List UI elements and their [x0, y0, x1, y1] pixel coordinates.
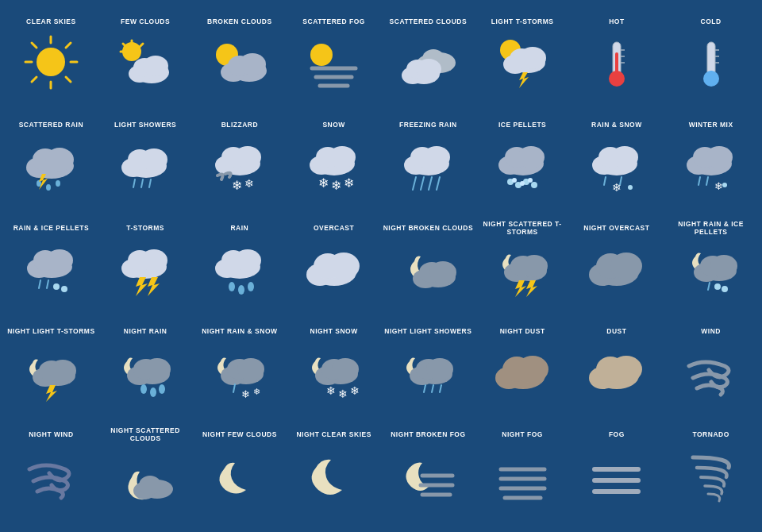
svg-point-205 [139, 476, 161, 495]
icon-night-broken-clouds [396, 237, 460, 300]
label-cold: COLD [701, 13, 722, 30]
svg-line-159 [708, 283, 710, 290]
label-night-light-tstorms: NIGHT LIGHT T-STORMS [7, 322, 94, 340]
icon-freezing-rain [396, 133, 460, 197]
cell-fog: FOG [570, 421, 664, 524]
label-overcast: OVERCAST [314, 219, 354, 237]
icon-ice-pellets [491, 133, 554, 197]
label-night-broken-fog: NIGHT BROKEN FOG [391, 426, 465, 443]
svg-point-8 [37, 48, 65, 76]
svg-line-65 [133, 179, 135, 187]
svg-point-49 [703, 71, 719, 87]
svg-point-202 [610, 356, 642, 383]
svg-marker-128 [136, 277, 148, 296]
svg-point-173 [159, 384, 165, 394]
cell-broken-clouds: BROKEN CLOUDS [193, 8, 287, 111]
svg-point-170 [144, 358, 171, 380]
cell-hot: HOT [570, 8, 664, 111]
svg-point-119 [46, 249, 73, 272]
label-night-clear-skies: NIGHT CLEAR SKIES [296, 426, 371, 443]
svg-line-192 [424, 385, 425, 392]
cell-night-scattered-clouds: NIGHT SCATTERED CLOUDS [98, 421, 193, 524]
cell-rain-and-snow: RAIN & SNOW ❄ [570, 111, 664, 214]
cell-night-rain-ice-pellets: NIGHT RAIN & ICE PELLETS [664, 214, 758, 318]
label-night-rain-ice-pellets: NIGHT RAIN & ICE PELLETS [665, 219, 756, 237]
svg-point-135 [238, 285, 244, 295]
svg-point-107 [628, 185, 633, 190]
cell-tstorms: T-STORMS [98, 214, 193, 318]
svg-point-144 [429, 261, 456, 283]
cell-overcast: OVERCAST [287, 214, 381, 318]
label-scattered-rain: SCATTERED RAIN [19, 116, 83, 133]
icon-night-light-tstorms [19, 340, 83, 403]
label-ice-pellets: ICE PELLETS [498, 116, 546, 133]
icon-light-showers [114, 133, 177, 197]
label-night-few-clouds: NIGHT FEW CLOUDS [202, 426, 277, 443]
icon-night-overcast [585, 237, 648, 300]
svg-text:❄: ❄ [344, 176, 354, 190]
svg-line-66 [141, 179, 143, 187]
label-wind: WIND [701, 322, 721, 340]
icon-night-snow: ❄ ❄ ❄ [302, 340, 366, 403]
svg-line-120 [39, 280, 40, 288]
icon-night-rain-snow: ❄ ❄ [208, 340, 271, 403]
icon-night-clear-skies [302, 443, 366, 507]
icon-light-tstorms [491, 30, 554, 94]
icon-tstorms [114, 237, 177, 300]
label-winter-mix: WINTER MIX [689, 116, 733, 133]
svg-line-6 [66, 43, 71, 48]
svg-line-85 [413, 177, 416, 190]
cell-night-broken-clouds: NIGHT BROKEN CLOUDS [381, 214, 475, 318]
svg-point-103 [611, 146, 638, 168]
cell-night-snow: NIGHT SNOW ❄ ❄ ❄ [287, 318, 381, 421]
svg-point-165 [49, 360, 76, 382]
cell-few-clouds: FEW CLOUDS [98, 8, 193, 111]
label-night-rain: NIGHT RAIN [124, 322, 167, 340]
icon-rain-ice-pellets [19, 237, 83, 300]
svg-line-86 [421, 177, 424, 190]
label-night-snow: NIGHT SNOW [310, 322, 358, 340]
icon-scattered-fog [302, 30, 366, 94]
svg-text:❄: ❄ [338, 387, 348, 400]
svg-point-96 [531, 182, 537, 188]
icon-hot [585, 30, 648, 94]
svg-point-184 [332, 358, 359, 380]
svg-point-33 [416, 59, 441, 79]
cell-blizzard: BLIZZARD ❄ ❄ [193, 111, 287, 214]
svg-line-178 [233, 384, 235, 392]
cell-night-broken-fog: NIGHT BROKEN FOG [381, 421, 475, 524]
svg-line-88 [437, 177, 440, 190]
label-dust: DUST [606, 322, 626, 340]
svg-line-87 [429, 177, 432, 190]
svg-point-92 [518, 146, 545, 168]
icon-night-few-clouds [208, 443, 271, 507]
label-blizzard: BLIZZARD [221, 116, 259, 133]
cell-winter-mix: WINTER MIX ❄ [664, 111, 758, 214]
svg-text:❄: ❄ [241, 388, 250, 400]
svg-marker-166 [46, 385, 57, 402]
cell-rain-ice-pellets: RAIN & ICE PELLETS [4, 214, 98, 318]
label-freezing-rain: FREEZING RAIN [399, 116, 457, 133]
icon-overcast [302, 237, 366, 300]
label-clear-skies: CLEAR SKIES [26, 13, 76, 30]
icon-night-rain-ice-pellets [679, 237, 743, 300]
svg-line-4 [32, 43, 37, 48]
icon-night-light-showers [396, 340, 460, 403]
label-rain-and-snow: RAIN & SNOW [591, 116, 642, 133]
cell-rain: RAIN [193, 214, 287, 318]
icon-fog [585, 443, 648, 507]
svg-point-98 [520, 181, 525, 186]
cell-snow: SNOW ❄ ❄ ❄ [287, 111, 381, 214]
cell-night-light-showers: NIGHT LIGHT SHOWERS [381, 318, 475, 421]
svg-point-97 [512, 178, 517, 183]
cell-light-tstorms: LIGHT T-STORMS [475, 8, 570, 111]
svg-point-111 [706, 146, 733, 168]
svg-point-22 [239, 53, 266, 75]
label-night-rain-snow: NIGHT RAIN & SNOW [202, 322, 277, 340]
label-light-tstorms: LIGHT T-STORMS [491, 13, 554, 30]
svg-point-17 [143, 56, 168, 76]
svg-point-134 [229, 282, 235, 291]
svg-point-56 [45, 148, 74, 172]
cell-night-wind: NIGHT WIND [4, 421, 98, 524]
svg-point-84 [423, 146, 450, 168]
